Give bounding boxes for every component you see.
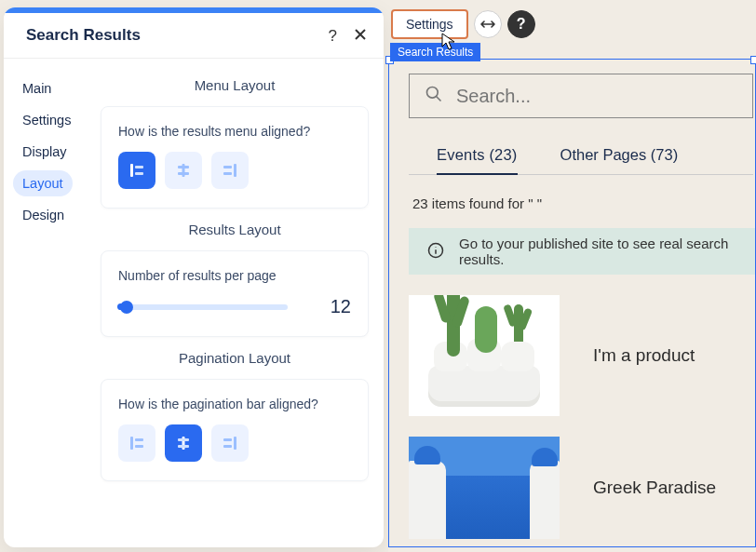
pagination-question: How is the pagination bar aligned? <box>118 397 351 411</box>
settings-button[interactable]: Settings <box>391 9 468 39</box>
svg-rect-4 <box>178 166 189 168</box>
results-per-page-value: 12 <box>304 296 351 317</box>
section-pagination-layout-title: Pagination Layout <box>101 341 369 379</box>
panel-title: Search Results <box>26 26 141 45</box>
svg-rect-13 <box>178 438 189 441</box>
help-icon[interactable]: ? <box>329 28 337 44</box>
results-layout-card: Number of results per page 12 <box>101 250 369 337</box>
results-per-page-slider[interactable] <box>118 298 288 316</box>
menu-layout-card: How is the results menu aligned? <box>101 106 369 209</box>
svg-rect-17 <box>223 445 232 448</box>
pagination-align-center-button[interactable] <box>165 424 202 462</box>
tab-design[interactable]: Design <box>13 202 74 228</box>
tab-display[interactable]: Display <box>13 139 76 165</box>
svg-rect-2 <box>135 172 143 175</box>
panel-header: Search Results ? <box>4 13 384 59</box>
tab-layout[interactable]: Layout <box>13 170 73 196</box>
menu-layout-question: How is the results menu aligned? <box>118 124 351 139</box>
tab-settings[interactable]: Settings <box>13 107 80 133</box>
panel-side-tabs: Main Settings Display Layout Design <box>4 59 97 547</box>
stretch-icon[interactable] <box>474 10 502 38</box>
svg-rect-11 <box>135 445 143 448</box>
settings-panel: Search Results ? Main Settings Display L… <box>4 7 384 547</box>
tab-main[interactable]: Main <box>13 75 61 101</box>
results-per-page-label: Number of results per page <box>118 268 351 283</box>
svg-rect-14 <box>178 445 189 448</box>
svg-rect-10 <box>135 438 143 441</box>
svg-rect-7 <box>223 166 232 168</box>
align-left-button[interactable] <box>118 152 155 189</box>
help-round-icon[interactable]: ? <box>507 10 535 38</box>
canvas-selection-outline <box>388 59 756 547</box>
align-right-button[interactable] <box>211 152 249 189</box>
align-center-button[interactable] <box>165 152 202 189</box>
svg-rect-8 <box>223 172 232 175</box>
selection-badge: Search Results <box>390 43 480 61</box>
svg-rect-15 <box>234 437 236 450</box>
element-toolbar: Settings ? <box>391 9 535 39</box>
cursor-icon <box>441 33 456 55</box>
svg-rect-6 <box>234 164 236 177</box>
section-results-layout-title: Results Layout <box>101 212 369 250</box>
pagination-layout-card: How is the pagination bar aligned? <box>101 379 369 481</box>
svg-rect-0 <box>130 164 133 177</box>
pagination-align-left-button[interactable] <box>118 424 155 462</box>
close-icon[interactable] <box>354 28 367 44</box>
svg-rect-1 <box>135 166 143 168</box>
svg-rect-16 <box>223 438 232 441</box>
section-menu-layout-title: Menu Layout <box>101 68 369 106</box>
svg-rect-9 <box>130 437 133 450</box>
pagination-align-right-button[interactable] <box>211 424 249 462</box>
panel-content: Menu Layout How is the results menu alig… <box>97 59 384 547</box>
svg-rect-5 <box>178 172 189 175</box>
